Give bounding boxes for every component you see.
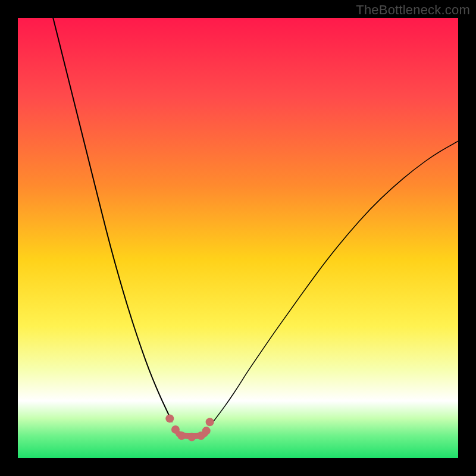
watermark-text: TheBottleneck.com — [356, 2, 470, 18]
valley-dot — [165, 414, 174, 422]
valley-dot — [187, 433, 196, 441]
chart-background — [18, 18, 458, 458]
chart-frame: TheBottleneck.com — [0, 0, 476, 476]
plot-area — [18, 18, 458, 458]
valley-dot — [171, 425, 180, 434]
valley-dot — [206, 418, 214, 426]
valley-dot — [177, 431, 186, 440]
valley-dot — [202, 427, 211, 435]
chart-svg — [18, 18, 458, 458]
